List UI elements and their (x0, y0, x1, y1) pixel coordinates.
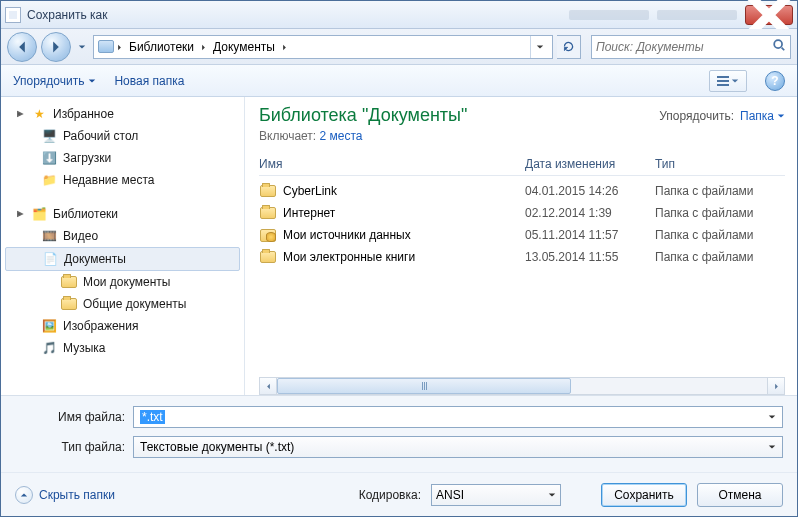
file-name: CyberLink (283, 184, 525, 198)
hide-folders-button[interactable]: Скрыть папки (15, 486, 115, 504)
file-date: 13.05.2014 11:55 (525, 250, 655, 264)
encoding-select[interactable]: ANSI (431, 484, 561, 506)
file-row[interactable]: Мои источники данных05.11.2014 11:57Папк… (259, 224, 785, 246)
tree-label: Общие документы (83, 297, 186, 311)
filename-field[interactable]: *.txt (133, 406, 783, 428)
downloads-icon: ⬇️ (41, 150, 57, 166)
collapse-icon[interactable] (15, 109, 25, 119)
horizontal-scrollbar[interactable] (259, 377, 785, 395)
back-button[interactable] (7, 32, 37, 62)
arrange-by: Упорядочить: Папка (659, 109, 785, 123)
save-button[interactable]: Сохранить (601, 483, 687, 507)
dialog-body: ★ Избранное 🖥️ Рабочий стол ⬇️ Загрузки … (1, 97, 797, 395)
tree-downloads[interactable]: ⬇️ Загрузки (1, 147, 244, 169)
breadcrumb-label: Библиотеки (129, 40, 194, 54)
filename-dropdown[interactable] (764, 407, 780, 427)
refresh-icon (562, 40, 575, 53)
address-dropdown[interactable] (530, 36, 548, 58)
file-list: CyberLink04.01.2015 14:26Папка с файлами… (259, 180, 785, 268)
arrange-label: Упорядочить: (659, 109, 734, 123)
collapse-icon[interactable] (15, 209, 25, 219)
folder-icon (259, 227, 277, 243)
tree-music[interactable]: 🎵 Музыка (1, 337, 244, 359)
history-dropdown[interactable] (75, 43, 89, 51)
tree-pictures[interactable]: 🖼️ Изображения (1, 315, 244, 337)
file-date: 04.01.2015 14:26 (525, 184, 655, 198)
folder-icon (259, 205, 277, 221)
scroll-thumb[interactable] (277, 378, 571, 394)
tree-public-documents[interactable]: Общие документы (1, 293, 244, 315)
tree-my-documents[interactable]: Мои документы (1, 271, 244, 293)
filetype-field[interactable]: Текстовые документы (*.txt) (133, 436, 783, 458)
navigation-tree: ★ Избранное 🖥️ Рабочий стол ⬇️ Загрузки … (1, 97, 245, 395)
organize-label: Упорядочить (13, 74, 84, 88)
file-row[interactable]: Интернет02.12.2014 1:39Папка с файлами (259, 202, 785, 224)
tree-desktop[interactable]: 🖥️ Рабочий стол (1, 125, 244, 147)
col-date[interactable]: Дата изменения (525, 157, 655, 171)
file-row[interactable]: Мои электронные книги13.05.2014 11:55Пап… (259, 246, 785, 268)
tree-recent[interactable]: 📁 Недавние места (1, 169, 244, 191)
scroll-left-button[interactable] (260, 378, 277, 394)
list-view-icon (717, 76, 729, 86)
close-button[interactable] (745, 5, 793, 25)
filename-value: *.txt (140, 410, 165, 424)
help-button[interactable]: ? (765, 71, 785, 91)
dialog-footer: Скрыть папки Кодировка: ANSI Сохранить О… (1, 472, 797, 516)
folder-icon (61, 274, 77, 290)
star-icon: ★ (31, 106, 47, 122)
file-type: Папка с файлами (655, 206, 785, 220)
col-type[interactable]: Тип (655, 157, 785, 171)
folder-icon (259, 249, 277, 265)
triangle-left-icon (265, 383, 272, 390)
new-folder-button[interactable]: Новая папка (114, 74, 184, 88)
arrange-value: Папка (740, 109, 774, 123)
includes-link[interactable]: 2 места (320, 129, 363, 143)
address-bar[interactable]: Библиотеки Документы (93, 35, 553, 59)
file-type: Папка с файлами (655, 250, 785, 264)
file-row[interactable]: CyberLink04.01.2015 14:26Папка с файлами (259, 180, 785, 202)
breadcrumb-libraries[interactable]: Библиотеки (125, 36, 198, 58)
refresh-button[interactable] (557, 35, 581, 59)
arrange-dropdown[interactable]: Папка (740, 109, 785, 123)
organize-menu[interactable]: Упорядочить (13, 74, 96, 88)
column-headers: Имя Дата изменения Тип (259, 157, 785, 176)
tree-label: Музыка (63, 341, 105, 355)
folder-icon (61, 296, 77, 312)
libraries-icon: 🗂️ (31, 206, 47, 222)
search-input[interactable] (596, 40, 772, 54)
window-title: Сохранить как (27, 8, 107, 22)
tree-video[interactable]: 🎞️ Видео (1, 225, 244, 247)
document-icon: 📄 (42, 251, 58, 267)
scroll-right-button[interactable] (767, 378, 784, 394)
scroll-track[interactable] (277, 378, 767, 394)
pictures-icon: 🖼️ (41, 318, 57, 334)
file-type: Папка с файлами (655, 184, 785, 198)
tree-label: Видео (63, 229, 98, 243)
filetype-dropdown[interactable] (764, 437, 780, 457)
tree-documents[interactable]: 📄 Документы (5, 247, 240, 271)
view-mode-button[interactable] (709, 70, 747, 92)
search-box[interactable] (591, 35, 791, 59)
arrow-right-icon (49, 40, 63, 54)
breadcrumb-documents[interactable]: Документы (209, 36, 279, 58)
chevron-right-icon (116, 40, 123, 54)
tree-label: Избранное (53, 107, 114, 121)
search-icon (772, 38, 786, 55)
tree-label: Недавние места (63, 173, 154, 187)
chevron-down-icon (78, 43, 86, 51)
chevron-down-icon (731, 77, 739, 85)
cancel-button[interactable]: Отмена (697, 483, 783, 507)
tree-libraries[interactable]: 🗂️ Библиотеки (1, 203, 244, 225)
tree-label: Библиотеки (53, 207, 118, 221)
nav-row: Библиотеки Документы (1, 29, 797, 65)
col-name[interactable]: Имя (259, 157, 525, 171)
file-list-pane: Библиотека "Документы" Включает: 2 места… (245, 97, 797, 395)
toolbar: Упорядочить Новая папка ? (1, 65, 797, 97)
new-folder-label: Новая папка (114, 74, 184, 88)
tree-favorites[interactable]: ★ Избранное (1, 103, 244, 125)
tree-label: Изображения (63, 319, 138, 333)
hide-folders-label: Скрыть папки (39, 488, 115, 502)
forward-button[interactable] (41, 32, 71, 62)
chevron-down-icon (768, 443, 776, 451)
file-type: Папка с файлами (655, 228, 785, 242)
